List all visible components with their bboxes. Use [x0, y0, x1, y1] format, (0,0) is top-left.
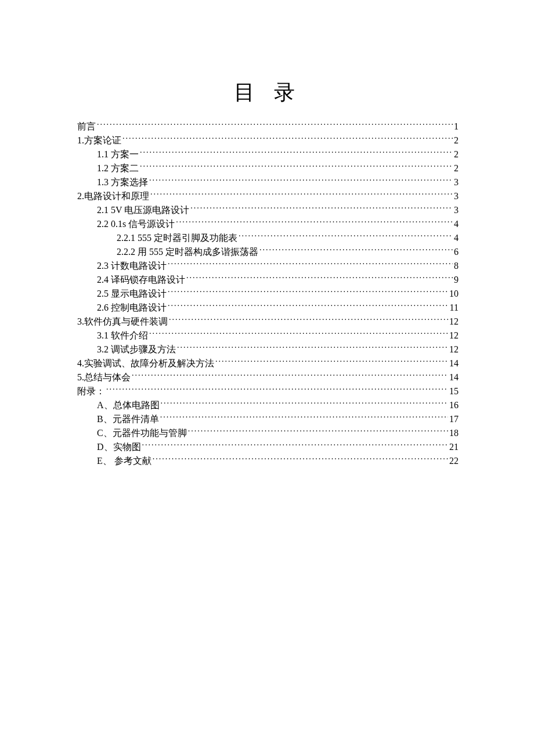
toc-entry-label: 5.总结与体会: [77, 370, 131, 384]
toc-entry-page: 8: [454, 259, 459, 273]
toc-leader-dots: [106, 385, 448, 394]
toc-entry: D、实物图21: [77, 440, 459, 454]
toc-entry: A、总体电路图16: [77, 398, 459, 412]
toc-entry: B、元器件清单 17: [77, 412, 459, 426]
toc-entry-page: 16: [449, 398, 459, 412]
toc-leader-dots: [168, 260, 453, 269]
toc-entry-page: 18: [449, 426, 459, 440]
toc-entry: E、 参考文献 22: [77, 454, 459, 468]
toc-leader-dots: [140, 148, 453, 157]
toc-leader-dots: [140, 162, 453, 171]
toc-entry-label: 2.电路设计和原理: [77, 189, 149, 203]
toc-leader-dots: [97, 120, 453, 129]
toc-entry-label: 2.1 5V 电压源电路设计: [97, 203, 189, 217]
toc-entry-page: 22: [449, 454, 459, 468]
toc-leader-dots: [190, 204, 453, 213]
toc-entry: 2.6 控制电路设计11: [77, 301, 459, 315]
toc-leader-dots: [122, 134, 453, 143]
toc-entry: 2.2 0.1s 信号源设计 4: [77, 217, 459, 231]
toc-entry-label: 3.1 软件介绍: [97, 329, 148, 343]
toc-entry-page: 3: [454, 203, 459, 217]
toc-entry: 2.1 5V 电压源电路设计3: [77, 203, 459, 217]
toc-entry-page: 3: [454, 175, 459, 189]
toc-leader-dots: [176, 218, 453, 227]
toc-leader-dots: [168, 287, 448, 297]
toc-leader-dots: [160, 413, 448, 422]
toc-entry-page: 2: [454, 134, 459, 147]
toc-entry: 1.3 方案选择3: [77, 175, 459, 189]
toc-leader-dots: [239, 232, 453, 241]
table-of-contents: 前言11.方案论证21.1 方案一21.2 方案二21.3 方案选择32.电路设…: [77, 120, 459, 468]
toc-leader-dots: [132, 371, 448, 380]
toc-leader-dots: [161, 399, 448, 408]
toc-entry: 2.5 显示电路设计10: [77, 287, 459, 301]
toc-entry-page: 9: [454, 273, 459, 287]
toc-entry: 前言1: [77, 120, 459, 134]
toc-entry-label: 1.1 方案一: [97, 147, 139, 161]
toc-leader-dots: [188, 427, 448, 436]
toc-entry: 2.4 译码锁存电路设计9: [77, 273, 459, 287]
toc-entry: 1.1 方案一2: [77, 147, 459, 161]
toc-entry-label: 1.3 方案选择: [97, 175, 148, 189]
toc-entry-label: C、元器件功能与管脚: [97, 426, 187, 440]
toc-entry-label: B、元器件清单: [97, 412, 159, 426]
toc-entry: 5.总结与体会14: [77, 370, 459, 384]
toc-entry-label: E、 参考文献: [97, 454, 151, 468]
toc-entry: 4.实验调试、故障分析及解决方法14: [77, 357, 459, 370]
toc-entry-label: 3.软件仿真与硬件装调: [77, 315, 168, 329]
toc-entry-label: 1.2 方案二: [97, 161, 139, 175]
document-page: 目 录 前言11.方案论证21.1 方案一21.2 方案二21.3 方案选择32…: [0, 0, 534, 468]
toc-entry-label: 2.2.1 555 定时器引脚及功能表: [117, 231, 237, 245]
toc-entry-page: 3: [454, 189, 459, 203]
toc-entry: 2.2.1 555 定时器引脚及功能表4: [77, 231, 459, 245]
toc-entry: 1.方案论证2: [77, 134, 459, 147]
toc-entry-page: 2: [454, 161, 459, 175]
toc-entry-page: 12: [449, 315, 459, 329]
toc-entry-page: 1: [454, 120, 459, 134]
toc-entry-page: 17: [449, 412, 459, 426]
toc-entry-page: 4: [454, 217, 459, 231]
toc-entry: 3.1 软件介绍12: [77, 329, 459, 343]
toc-entry-label: 1.方案论证: [77, 134, 121, 147]
toc-entry-label: 3.2 调试步骤及方法: [97, 343, 176, 357]
toc-entry-label: 前言: [77, 120, 96, 134]
toc-entry-page: 14: [449, 357, 459, 370]
toc-entry-label: 4.实验调试、故障分析及解决方法: [77, 357, 214, 370]
toc-entry-label: 2.5 显示电路设计: [97, 287, 167, 301]
toc-entry-page: 10: [449, 287, 459, 301]
toc-leader-dots: [149, 329, 448, 339]
toc-leader-dots: [186, 273, 453, 283]
toc-leader-dots: [153, 455, 448, 464]
toc-leader-dots: [168, 301, 449, 311]
toc-leader-dots: [177, 343, 448, 352]
toc-leader-dots: [142, 441, 448, 450]
toc-entry-label: D、实物图: [97, 440, 141, 454]
toc-entry-page: 21: [449, 440, 459, 454]
toc-entry-label: 2.2.2 用 555 定时器构成多谐振荡器: [117, 245, 258, 259]
toc-entry-page: 14: [449, 370, 459, 384]
toc-entry-page: 2: [454, 147, 459, 161]
toc-entry: C、元器件功能与管脚 18: [77, 426, 459, 440]
toc-title: 目 录: [77, 78, 459, 107]
toc-entry: 附录：15: [77, 384, 459, 398]
toc-entry-page: 11: [450, 301, 459, 315]
toc-entry-page: 12: [449, 343, 459, 357]
toc-entry-page: 12: [449, 329, 459, 343]
toc-entry-page: 15: [449, 384, 459, 398]
toc-entry: 2.电路设计和原理3: [77, 189, 459, 203]
toc-entry-label: 2.2 0.1s 信号源设计: [97, 217, 175, 231]
toc-leader-dots: [150, 190, 453, 199]
toc-entry-label: A、总体电路图: [97, 398, 160, 412]
toc-entry: 3.2 调试步骤及方法12: [77, 343, 459, 357]
toc-entry-label: 附录：: [77, 384, 105, 398]
toc-entry-label: 2.3 计数电路设计: [97, 259, 167, 273]
toc-entry-page: 4: [454, 231, 459, 245]
toc-leader-dots: [259, 246, 453, 255]
toc-entry: 2.2.2 用 555 定时器构成多谐振荡器6: [77, 245, 459, 259]
toc-leader-dots: [169, 315, 448, 325]
toc-entry: 2.3 计数电路设计8: [77, 259, 459, 273]
toc-entry-page: 6: [454, 245, 459, 259]
toc-entry: 3.软件仿真与硬件装调12: [77, 315, 459, 329]
toc-entry-label: 2.6 控制电路设计: [97, 301, 167, 315]
toc-entry: 1.2 方案二2: [77, 161, 459, 175]
